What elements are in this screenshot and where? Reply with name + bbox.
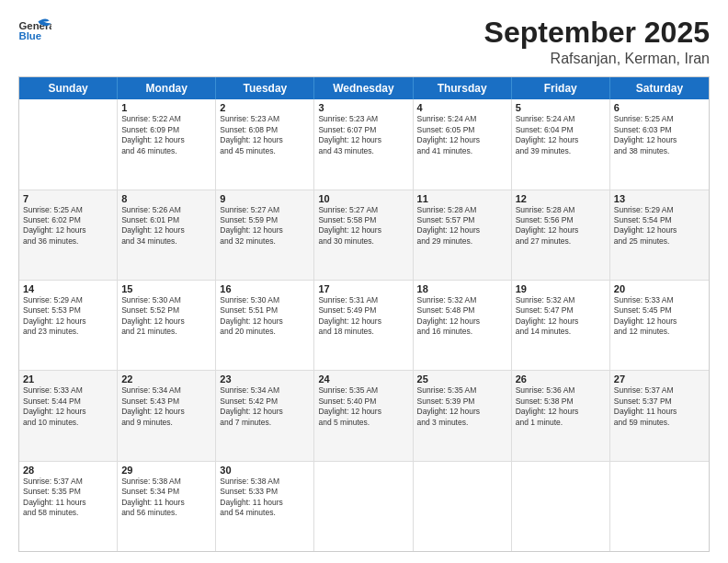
day-number: 16 [220,283,310,294]
calendar-cell: 6Sunrise: 5:25 AMSunset: 6:03 PMDaylight… [610,99,709,189]
calendar-cell: 4Sunrise: 5:24 AMSunset: 6:05 PMDaylight… [414,99,512,189]
calendar-cell: 15Sunrise: 5:30 AMSunset: 5:52 PMDayligh… [118,281,216,370]
day-header-thursday: Thursday [414,77,512,99]
calendar-cell: 20Sunrise: 5:33 AMSunset: 5:45 PMDayligh… [610,281,709,370]
calendar-cell: 12Sunrise: 5:28 AMSunset: 5:56 PMDayligh… [512,190,610,280]
page-header: General Blue September 2025 Rafsanjan, K… [18,17,710,67]
day-header-saturday: Saturday [610,77,709,99]
cell-info: Sunrise: 5:22 AMSunset: 6:09 PMDaylight:… [121,114,211,156]
cell-info: Sunrise: 5:27 AMSunset: 5:58 PMDaylight:… [318,205,408,247]
cell-info: Sunrise: 5:26 AMSunset: 6:01 PMDaylight:… [121,205,211,247]
cell-info: Sunrise: 5:25 AMSunset: 6:02 PMDaylight:… [23,205,113,247]
day-number: 7 [23,193,113,204]
day-number: 13 [614,193,705,204]
cell-info: Sunrise: 5:38 AMSunset: 5:33 PMDaylight:… [220,477,310,519]
day-number: 26 [516,373,606,385]
cell-info: Sunrise: 5:32 AMSunset: 5:48 PMDaylight:… [417,295,507,338]
calendar-cell: 17Sunrise: 5:31 AMSunset: 5:49 PMDayligh… [314,281,413,370]
day-number: 24 [318,373,408,385]
calendar-cell: 16Sunrise: 5:30 AMSunset: 5:51 PMDayligh… [216,281,314,370]
cell-info: Sunrise: 5:25 AMSunset: 6:03 PMDaylight:… [614,114,705,156]
calendar-cell: 14Sunrise: 5:29 AMSunset: 5:53 PMDayligh… [19,281,118,370]
day-number: 1 [121,102,211,113]
cell-info: Sunrise: 5:28 AMSunset: 5:56 PMDaylight:… [516,205,606,247]
cell-info: Sunrise: 5:30 AMSunset: 5:52 PMDaylight:… [121,295,211,338]
calendar-cell: 10Sunrise: 5:27 AMSunset: 5:58 PMDayligh… [314,190,413,280]
cell-info: Sunrise: 5:24 AMSunset: 6:04 PMDaylight:… [516,114,606,156]
day-number: 27 [614,373,705,385]
cell-info: Sunrise: 5:34 AMSunset: 5:43 PMDaylight:… [121,385,211,428]
day-number: 4 [417,102,507,113]
day-header-friday: Friday [512,77,610,99]
calendar-cell: 28Sunrise: 5:37 AMSunset: 5:35 PMDayligh… [19,462,118,551]
day-header-sunday: Sunday [19,77,118,99]
calendar-row: 21Sunrise: 5:33 AMSunset: 5:44 PMDayligh… [19,371,709,461]
calendar-cell: 8Sunrise: 5:26 AMSunset: 6:01 PMDaylight… [118,190,216,280]
calendar-cell: 25Sunrise: 5:35 AMSunset: 5:39 PMDayligh… [414,371,512,460]
day-number: 25 [417,373,507,385]
day-header-wednesday: Wednesday [314,77,413,99]
day-number: 14 [23,283,113,294]
title-block: September 2025 Rafsanjan, Kerman, Iran [484,17,710,67]
day-number: 5 [516,102,606,113]
calendar-cell [512,462,610,551]
cell-info: Sunrise: 5:23 AMSunset: 6:07 PMDaylight:… [318,114,408,156]
cell-info: Sunrise: 5:35 AMSunset: 5:40 PMDaylight:… [318,385,408,428]
cell-info: Sunrise: 5:23 AMSunset: 6:08 PMDaylight:… [220,114,310,156]
calendar-cell: 9Sunrise: 5:27 AMSunset: 5:59 PMDaylight… [216,190,314,280]
calendar-cell: 19Sunrise: 5:32 AMSunset: 5:47 PMDayligh… [512,281,610,370]
day-number: 21 [23,373,113,385]
calendar-cell: 1Sunrise: 5:22 AMSunset: 6:09 PMDaylight… [118,99,216,189]
cell-info: Sunrise: 5:37 AMSunset: 5:37 PMDaylight:… [614,385,705,428]
calendar-cell: 2Sunrise: 5:23 AMSunset: 6:08 PMDaylight… [216,99,314,189]
cell-info: Sunrise: 5:38 AMSunset: 5:34 PMDaylight:… [121,477,211,519]
calendar-cell: 26Sunrise: 5:36 AMSunset: 5:38 PMDayligh… [512,371,610,460]
day-number: 17 [318,283,408,294]
calendar-cell [414,462,512,551]
day-header-tuesday: Tuesday [216,77,314,99]
calendar-cell [610,462,709,551]
calendar-cell: 7Sunrise: 5:25 AMSunset: 6:02 PMDaylight… [19,190,118,280]
day-number: 12 [516,193,606,204]
cell-info: Sunrise: 5:36 AMSunset: 5:38 PMDaylight:… [516,385,606,428]
day-number: 6 [614,102,705,113]
cell-info: Sunrise: 5:34 AMSunset: 5:42 PMDaylight:… [220,385,310,428]
cell-info: Sunrise: 5:28 AMSunset: 5:57 PMDaylight:… [417,205,507,247]
cell-info: Sunrise: 5:33 AMSunset: 5:44 PMDaylight:… [23,385,113,428]
calendar-row: 28Sunrise: 5:37 AMSunset: 5:35 PMDayligh… [19,462,709,551]
calendar-cell: 11Sunrise: 5:28 AMSunset: 5:57 PMDayligh… [414,190,512,280]
calendar-header: SundayMondayTuesdayWednesdayThursdayFrid… [19,77,709,99]
day-number: 19 [516,283,606,294]
cell-info: Sunrise: 5:24 AMSunset: 6:05 PMDaylight:… [417,114,507,156]
calendar-cell: 24Sunrise: 5:35 AMSunset: 5:40 PMDayligh… [314,371,413,460]
location: Rafsanjan, Kerman, Iran [484,51,710,67]
svg-text:Blue: Blue [19,30,42,41]
day-number: 22 [121,373,211,385]
day-number: 18 [417,283,507,294]
logo: General Blue [18,17,51,42]
day-header-monday: Monday [118,77,216,99]
calendar-cell: 27Sunrise: 5:37 AMSunset: 5:37 PMDayligh… [610,371,709,460]
cell-info: Sunrise: 5:33 AMSunset: 5:45 PMDaylight:… [614,295,705,338]
calendar-row: 7Sunrise: 5:25 AMSunset: 6:02 PMDaylight… [19,190,709,281]
logo-bird-icon: General Blue [18,17,51,42]
calendar-cell: 30Sunrise: 5:38 AMSunset: 5:33 PMDayligh… [216,462,314,551]
day-number: 8 [121,193,211,204]
calendar-cell: 22Sunrise: 5:34 AMSunset: 5:43 PMDayligh… [118,371,216,460]
calendar-cell: 5Sunrise: 5:24 AMSunset: 6:04 PMDaylight… [512,99,610,189]
cell-info: Sunrise: 5:35 AMSunset: 5:39 PMDaylight:… [417,385,507,428]
calendar-body: 1Sunrise: 5:22 AMSunset: 6:09 PMDaylight… [19,99,709,551]
day-number: 9 [220,193,310,204]
cell-info: Sunrise: 5:29 AMSunset: 5:54 PMDaylight:… [614,205,705,247]
cell-info: Sunrise: 5:29 AMSunset: 5:53 PMDaylight:… [23,295,113,338]
calendar-cell [314,462,413,551]
day-number: 28 [23,465,113,476]
calendar-row: 14Sunrise: 5:29 AMSunset: 5:53 PMDayligh… [19,281,709,371]
cell-info: Sunrise: 5:27 AMSunset: 5:59 PMDaylight:… [220,205,310,247]
calendar-row: 1Sunrise: 5:22 AMSunset: 6:09 PMDaylight… [19,99,709,190]
calendar-cell: 21Sunrise: 5:33 AMSunset: 5:44 PMDayligh… [19,371,118,460]
day-number: 10 [318,193,408,204]
day-number: 20 [614,283,705,294]
day-number: 2 [220,102,310,113]
day-number: 3 [318,102,408,113]
